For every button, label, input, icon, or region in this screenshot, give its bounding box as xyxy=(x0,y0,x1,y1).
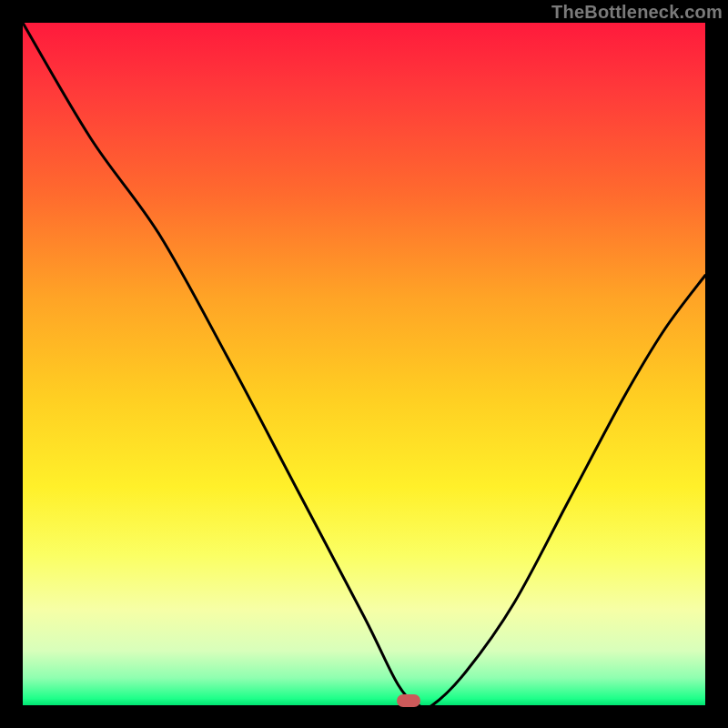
bottleneck-curve xyxy=(23,23,705,705)
chart-frame: TheBottleneck.com xyxy=(0,0,728,728)
optimal-marker xyxy=(397,694,420,707)
watermark-text: TheBottleneck.com xyxy=(551,2,723,23)
plot-area xyxy=(23,23,705,705)
